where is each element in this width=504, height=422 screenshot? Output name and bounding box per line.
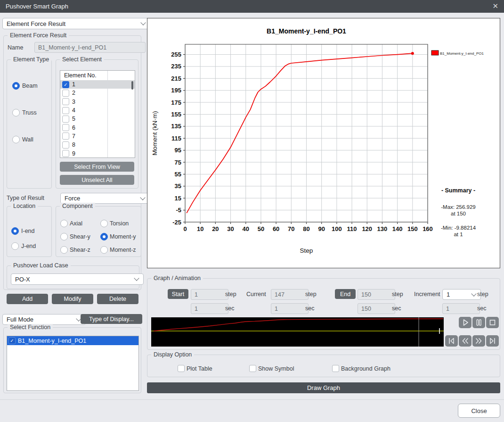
mode-dropdown-value: Full Mode bbox=[7, 316, 33, 323]
start-sec-input[interactable]: 1 bbox=[191, 303, 228, 314]
pushover-load-case-label: Pushover Load Case bbox=[11, 262, 71, 269]
end-sec-input[interactable]: 150 bbox=[358, 303, 395, 314]
svg-text:15: 15 bbox=[175, 195, 181, 202]
increment-dropdown[interactable]: 1 bbox=[442, 289, 481, 300]
end-sec-unit: sec bbox=[392, 305, 401, 312]
shear-z-radio-label: Shear-z bbox=[70, 247, 90, 253]
element-list-scrollbar[interactable] bbox=[131, 81, 133, 90]
element-row[interactable]: 4 bbox=[60, 106, 135, 115]
component-group-label: Component bbox=[60, 203, 95, 209]
element-row[interactable]: 2 bbox=[60, 89, 135, 97]
element-list[interactable]: Element No. 12345678910 bbox=[60, 70, 135, 158]
start-button[interactable]: Start bbox=[168, 289, 188, 299]
current-sec-value: 1 bbox=[275, 306, 278, 312]
name-field[interactable]: B1_Moment-y_I-end_PO1 bbox=[34, 42, 146, 53]
type-of-display-button[interactable]: Type of Display... bbox=[81, 314, 142, 324]
fast-forward-button[interactable] bbox=[472, 335, 485, 347]
element-checkbox[interactable] bbox=[62, 150, 69, 157]
element-checkbox[interactable] bbox=[62, 132, 69, 140]
current-step-input[interactable]: 147 bbox=[271, 289, 309, 300]
select-function-rows: B1_Moment-y_I-end_PO1 bbox=[7, 336, 138, 345]
shear-y-radio[interactable] bbox=[60, 233, 68, 240]
skip-to-end-button[interactable] bbox=[486, 335, 499, 347]
animation-timeline-graph bbox=[151, 317, 444, 347]
mode-dropdown[interactable]: Full Mode bbox=[2, 314, 86, 325]
element-row[interactable]: 3 bbox=[60, 98, 135, 106]
increment-sec-unit: sec bbox=[477, 305, 486, 312]
delete-button[interactable]: Delete bbox=[97, 294, 138, 304]
beam-radio[interactable] bbox=[12, 82, 20, 90]
element-checkbox[interactable] bbox=[62, 141, 69, 149]
element-checkbox[interactable] bbox=[62, 90, 69, 97]
increment-sec-value: 1 bbox=[446, 306, 449, 312]
svg-text:155: 155 bbox=[171, 111, 181, 118]
result-type-dropdown-value: Element Force Result bbox=[7, 20, 65, 27]
element-row[interactable]: 6 bbox=[60, 123, 135, 132]
element-checkbox[interactable] bbox=[62, 116, 69, 123]
end-button[interactable]: End bbox=[335, 289, 356, 299]
unselect-all-button[interactable]: Unselect All bbox=[60, 175, 134, 185]
wall-radio-label: Wall bbox=[22, 136, 33, 143]
svg-text:B1_Moment-y_I-end_PO1: B1_Moment-y_I-end_PO1 bbox=[267, 27, 346, 35]
location-group-label: Location bbox=[11, 203, 38, 209]
wall-radio[interactable] bbox=[12, 136, 20, 143]
moment-z-radio[interactable] bbox=[100, 246, 108, 254]
truss-radio[interactable] bbox=[12, 109, 20, 116]
stop-button[interactable] bbox=[486, 317, 499, 328]
fast-backward-button[interactable] bbox=[459, 335, 471, 347]
show-symbol-checkbox[interactable] bbox=[249, 365, 256, 372]
shear-y-radio-label: Shear-y bbox=[70, 233, 90, 240]
i-end-radio[interactable] bbox=[11, 227, 19, 235]
svg-text:60: 60 bbox=[273, 225, 279, 232]
end-step-input[interactable]: 150 bbox=[358, 289, 395, 300]
stop-icon bbox=[490, 320, 495, 325]
element-checkbox[interactable] bbox=[62, 81, 69, 88]
display-option-group: Display Option Plot Table Show Symbol Ba… bbox=[147, 355, 500, 377]
function-checkbox[interactable] bbox=[8, 337, 16, 344]
moment-y-radio[interactable] bbox=[100, 233, 108, 240]
element-row[interactable]: 8 bbox=[60, 141, 135, 149]
element-row[interactable]: 1 bbox=[60, 80, 135, 89]
result-type-dropdown[interactable]: Element Force Result bbox=[2, 18, 150, 29]
svg-text:80: 80 bbox=[303, 225, 309, 232]
shear-z-radio[interactable] bbox=[60, 246, 68, 254]
play-button[interactable] bbox=[459, 317, 471, 328]
pushover-load-case-dropdown[interactable]: PO-X bbox=[11, 273, 144, 285]
torsion-radio[interactable] bbox=[100, 220, 108, 227]
background-graph-checkbox[interactable] bbox=[332, 365, 339, 372]
close-icon[interactable]: ✕ bbox=[492, 2, 498, 10]
add-button[interactable]: Add bbox=[7, 294, 48, 304]
start-step-input[interactable]: 1 bbox=[191, 289, 228, 300]
select-from-view-button[interactable]: Select From View bbox=[60, 162, 134, 172]
chevron-down-icon bbox=[140, 195, 145, 200]
close-button[interactable]: Close bbox=[458, 404, 500, 418]
animation-timeline[interactable] bbox=[151, 317, 444, 347]
plot-table-checkbox[interactable] bbox=[178, 365, 185, 372]
draw-graph-button[interactable]: Draw Graph bbox=[147, 382, 500, 393]
j-end-radio[interactable] bbox=[11, 242, 19, 250]
element-row[interactable]: 9 bbox=[60, 149, 135, 157]
increment-sec-input[interactable]: 1 bbox=[442, 303, 480, 314]
function-row[interactable]: B1_Moment-y_I-end_PO1 bbox=[7, 336, 138, 345]
end-step-value: 150 bbox=[361, 291, 371, 298]
current-sec-input[interactable]: 1 bbox=[271, 303, 309, 314]
skip-to-start-button[interactable] bbox=[445, 335, 458, 347]
svg-text:20: 20 bbox=[212, 225, 219, 232]
element-row[interactable]: 5 bbox=[60, 115, 135, 123]
element-checkbox[interactable] bbox=[62, 107, 69, 114]
element-checkbox[interactable] bbox=[62, 98, 69, 105]
element-row[interactable]: 7 bbox=[60, 132, 135, 141]
type-of-result-label: Type of Result bbox=[7, 195, 44, 201]
chevron-down-icon bbox=[134, 275, 139, 281]
select-function-list[interactable]: B1_Moment-y_I-end_PO1 bbox=[7, 336, 139, 391]
pause-button[interactable] bbox=[472, 317, 485, 328]
type-of-result-dropdown[interactable]: Force bbox=[60, 193, 150, 204]
axial-radio[interactable] bbox=[60, 220, 68, 227]
modify-button[interactable]: Modify bbox=[52, 294, 93, 304]
current-step-value: 147 bbox=[275, 291, 285, 298]
element-checkbox[interactable] bbox=[62, 124, 69, 131]
select-function-group-label: Select Function bbox=[8, 324, 53, 331]
skip-to-end-icon bbox=[486, 335, 499, 347]
torsion-radio-label: Torsion bbox=[110, 220, 129, 227]
svg-text:115: 115 bbox=[171, 135, 181, 142]
